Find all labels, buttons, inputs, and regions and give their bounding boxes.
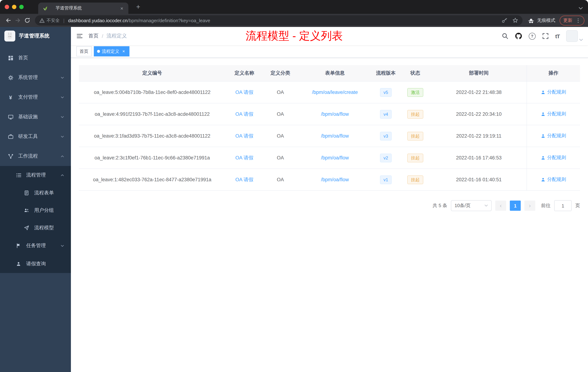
content-area: 定义编号 定义名称 定义分类 表单信息 流程版本 状态 部署时间 操作 oa_l: [71, 58, 588, 372]
chevron-up-icon: [60, 154, 64, 158]
assign-rule-button[interactable]: 分配规则: [541, 111, 566, 117]
browser-menu-kebab-icon[interactable]: ⋮: [576, 17, 581, 23]
sidebar-item-process-management[interactable]: 流程管理: [0, 166, 71, 184]
page-number-button[interactable]: 1: [510, 201, 521, 211]
next-page-button[interactable]: ›: [524, 201, 535, 211]
user-icon: [541, 177, 546, 182]
workflow-icon: [7, 153, 14, 159]
user-icon: [541, 155, 546, 160]
version-badge: v4: [380, 110, 392, 119]
hamburger-icon[interactable]: [71, 33, 88, 39]
back-icon[interactable]: [4, 16, 13, 25]
cell-deploy-time: 2022-01-22 19:19:11: [431, 125, 526, 147]
page-unit-label: 页: [575, 202, 580, 209]
sidebar-item-home[interactable]: 首页: [0, 48, 71, 68]
chevron-up-icon: [60, 173, 64, 177]
address-bar[interactable]: 不安全 | dashboard.yudao.iocoder.cn/bpm/man…: [35, 15, 523, 25]
form-link[interactable]: /bpm/oa/leave/create: [312, 89, 358, 95]
briefcase-icon: [7, 134, 14, 139]
tab-close-icon[interactable]: ×: [119, 5, 125, 11]
sidebar-item-infrastructure[interactable]: 基础设施: [0, 107, 71, 127]
form-link[interactable]: /bpm/oa/flow: [321, 133, 349, 139]
bookmark-star-icon[interactable]: [512, 17, 518, 23]
macos-zoom-button[interactable]: [19, 5, 24, 9]
new-tab-button[interactable]: +: [134, 2, 143, 12]
update-button[interactable]: 更新 ⋮: [560, 15, 584, 25]
version-badge: v1: [380, 175, 392, 184]
assign-rule-button[interactable]: 分配规则: [541, 154, 566, 161]
red-annotation-text: 流程模型 - 定义列表: [246, 29, 343, 44]
fullscreen-icon[interactable]: [542, 33, 549, 39]
chevron-down-icon: [60, 244, 64, 248]
definition-name-link[interactable]: OA 请假: [235, 89, 253, 95]
url-host: dashboard.yudao.iocoder.cn: [68, 18, 128, 23]
macos-traffic-lights: [0, 5, 27, 9]
status-badge: 挂起: [407, 131, 423, 140]
cell-id: oa_leave:4:991f2193-7b7f-11ec-a3c8-acde4…: [79, 103, 225, 125]
definition-name-link[interactable]: OA 请假: [235, 177, 253, 182]
sidebar-item-label: 任务管理: [26, 242, 46, 249]
user-menu[interactable]: [566, 30, 583, 42]
search-icon[interactable]: [502, 33, 508, 39]
sidebar-logo[interactable]: 芋道管理系统: [0, 27, 71, 45]
form-link[interactable]: /bpm/oa/flow: [321, 177, 349, 182]
user-icon: [15, 261, 22, 266]
sidebar-item-label: 首页: [18, 55, 28, 61]
tags-view: 首页 流程定义 ×: [71, 45, 588, 58]
macos-minimize-button[interactable]: [12, 5, 16, 9]
github-icon[interactable]: [515, 33, 522, 40]
cell-category: OA: [263, 169, 297, 191]
pagination-total: 共 5 条: [432, 202, 447, 209]
assign-rule-button[interactable]: 分配规则: [541, 133, 566, 139]
sidebar-item-dev-tools[interactable]: 研发工具: [0, 127, 71, 146]
tag-close-icon[interactable]: ×: [121, 49, 126, 54]
sidebar-item-system[interactable]: 系统管理: [0, 68, 71, 87]
goto-page-input[interactable]: [554, 200, 572, 211]
url-path: /bpm/manager/definition?key=oa_leave: [128, 18, 210, 23]
sidebar-item-leave-query[interactable]: 请假查询: [0, 255, 71, 273]
tag-home[interactable]: 首页: [76, 46, 92, 56]
incognito-badge: 无痕模式: [528, 17, 555, 24]
cell-category: OA: [263, 103, 297, 125]
key-icon[interactable]: [502, 17, 507, 23]
prev-page-button[interactable]: ‹: [495, 201, 506, 211]
assign-rule-button[interactable]: 分配规则: [541, 89, 566, 96]
sidebar-item-process-model[interactable]: 流程模型: [0, 219, 71, 237]
help-icon[interactable]: ?: [529, 33, 536, 40]
browser-tab[interactable]: 芋道管理系统 ×: [38, 2, 128, 14]
sidebar-item-label: 流程管理: [26, 172, 46, 178]
tab-search-chevron-icon[interactable]: [578, 5, 583, 11]
incognito-icon: [528, 17, 535, 24]
cell-id: oa_leave:2:3c1f0ef1-76b1-11ec-9c66-a2380…: [79, 147, 225, 169]
sidebar-item-process-form[interactable]: 流程表单: [0, 184, 71, 202]
tab-favicon-icon: [42, 6, 48, 11]
sidebar-item-user-group[interactable]: 用户分组: [0, 202, 71, 219]
assign-rule-button[interactable]: 分配规则: [541, 176, 566, 183]
definition-table: 定义编号 定义名称 定义分类 表单信息 流程版本 状态 部署时间 操作 oa_l: [79, 65, 580, 191]
sidebar-item-task-management[interactable]: 任务管理: [0, 237, 71, 255]
tag-process-definition[interactable]: 流程定义 ×: [94, 46, 129, 56]
form-link[interactable]: /bpm/oa/flow: [321, 155, 349, 161]
sidebar-item-payment[interactable]: ¥ 支付管理: [0, 87, 71, 107]
table-row: oa_leave:1:482ec033-762a-11ec-8477-a2380…: [79, 169, 580, 191]
page-size-select[interactable]: 10条/页: [451, 200, 492, 211]
column-header-version: 流程版本: [372, 65, 399, 81]
forward-icon[interactable]: [13, 16, 22, 25]
tab-title: 芋道管理系统: [56, 5, 116, 11]
cell-id: oa_leave:3:1fad3d93-7b75-11ec-a3c8-acde4…: [79, 125, 225, 147]
form-link[interactable]: /bpm/oa/flow: [321, 111, 349, 117]
definition-name-link[interactable]: OA 请假: [235, 133, 253, 139]
breadcrumb-home[interactable]: 首页: [88, 33, 99, 39]
browser-toolbar: 不安全 | dashboard.yudao.iocoder.cn/bpm/man…: [0, 14, 588, 27]
security-chip[interactable]: 不安全: [39, 17, 60, 23]
macos-close-button[interactable]: [5, 5, 9, 9]
reload-icon[interactable]: [22, 16, 32, 25]
status-badge: 挂起: [407, 175, 423, 184]
sidebar: 芋道管理系统 首页 系统管理: [0, 27, 71, 372]
definition-name-link[interactable]: OA 请假: [235, 111, 253, 117]
definition-name-link[interactable]: OA 请假: [235, 155, 253, 160]
app-title: 芋道管理系统: [19, 33, 50, 39]
app-frame: 芋道管理系统 首页 系统管理: [0, 27, 588, 372]
sidebar-item-workflow[interactable]: 工作流程: [0, 146, 71, 166]
font-size-icon[interactable]: tT: [555, 33, 560, 39]
